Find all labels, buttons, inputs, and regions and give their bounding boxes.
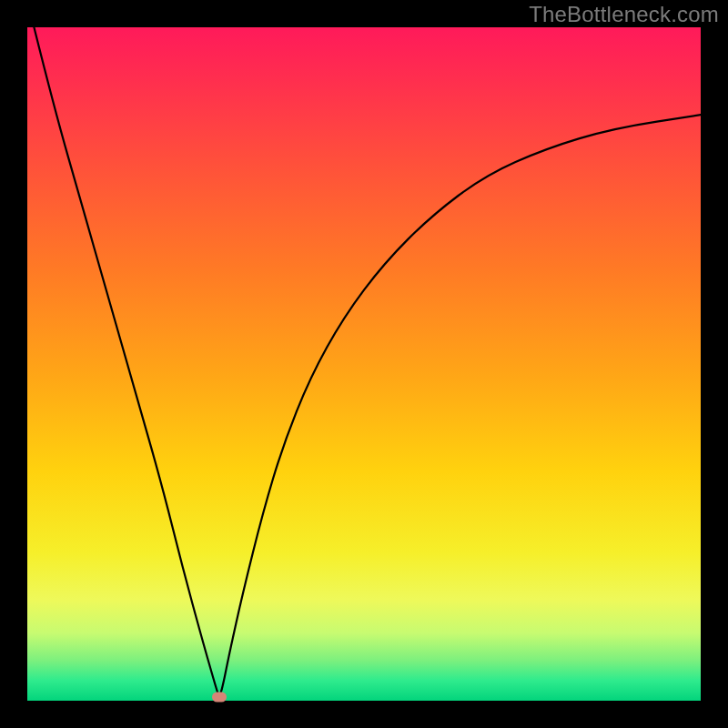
minimum-marker — [212, 693, 227, 703]
chart-plot-area — [27, 27, 701, 701]
watermark: TheBottleneck.com — [529, 2, 719, 27]
bottleneck-curve — [27, 27, 701, 701]
